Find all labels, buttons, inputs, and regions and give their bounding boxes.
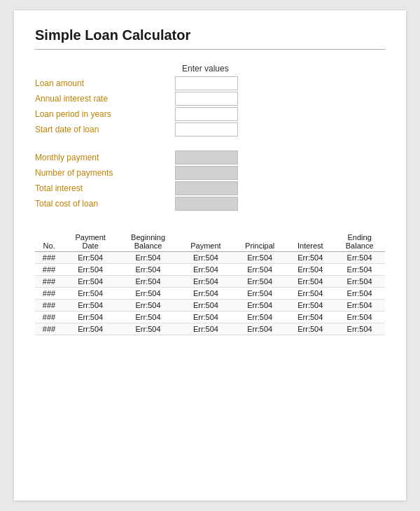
col-payment: Payment: [178, 232, 233, 252]
loan-period-label: Loan period in years: [35, 109, 175, 119]
cell-beginning_balance: Err:504: [118, 276, 178, 288]
cell-interest: Err:504: [286, 276, 334, 288]
cell-principal: Err:504: [233, 264, 286, 276]
start-date-label: Start date of loan: [35, 125, 175, 134]
table-row: ###Err:504Err:504Err:504Err:504Err:504Er…: [35, 323, 385, 335]
monthly-payment-label: Monthly payment: [35, 153, 175, 162]
cell-payment_date: Err:504: [63, 252, 118, 264]
table-row: ###Err:504Err:504Err:504Err:504Err:504Er…: [35, 264, 385, 276]
table-row: ###Err:504Err:504Err:504Err:504Err:504Er…: [35, 252, 385, 264]
annual-rate-label: Annual interest rate: [35, 94, 175, 104]
cell-ending_balance: Err:504: [334, 264, 385, 276]
cell-payment: Err:504: [178, 264, 233, 276]
cell-ending_balance: Err:504: [334, 288, 385, 300]
cell-beginning_balance: Err:504: [118, 312, 178, 323]
cell-beginning_balance: Err:504: [118, 252, 178, 264]
col-ending-balance: EndingBalance: [334, 232, 385, 252]
table-row: ###Err:504Err:504Err:504Err:504Err:504Er…: [35, 300, 385, 312]
cell-interest: Err:504: [286, 323, 334, 335]
cell-no: ###: [35, 252, 63, 264]
cell-payment: Err:504: [178, 323, 233, 335]
loan-amount-input[interactable]: [175, 76, 238, 90]
cell-no: ###: [35, 312, 63, 323]
cell-no: ###: [35, 264, 63, 276]
page-title: Simple Loan Calculator: [35, 27, 385, 43]
col-principal: Principal: [233, 232, 286, 252]
num-payments-row: Number of payments: [35, 166, 385, 180]
cell-payment: Err:504: [178, 288, 233, 300]
cell-beginning_balance: Err:504: [118, 323, 178, 335]
col-payment-date: PaymentDate: [63, 232, 118, 252]
col-no: No.: [35, 232, 63, 252]
annual-rate-row: Annual interest rate: [35, 92, 385, 106]
cell-no: ###: [35, 300, 63, 312]
cell-interest: Err:504: [286, 252, 334, 264]
cell-principal: Err:504: [233, 300, 286, 312]
loan-amount-row: Loan amount: [35, 76, 385, 90]
output-section: Monthly payment Number of payments Total…: [35, 150, 385, 212]
cell-no: ###: [35, 323, 63, 335]
cell-no: ###: [35, 276, 63, 288]
cell-payment_date: Err:504: [63, 312, 118, 323]
cell-principal: Err:504: [233, 252, 286, 264]
cell-payment_date: Err:504: [63, 300, 118, 312]
total-interest-label: Total interest: [35, 183, 175, 193]
start-date-input[interactable]: [175, 122, 238, 136]
calculator-card: Simple Loan Calculator Enter values Loan…: [14, 10, 406, 500]
table-section: No. PaymentDate BeginningBalance Payment…: [35, 232, 385, 335]
title-divider: [35, 49, 385, 50]
amortization-table: No. PaymentDate BeginningBalance Payment…: [35, 232, 385, 335]
cell-ending_balance: Err:504: [334, 276, 385, 288]
cell-beginning_balance: Err:504: [118, 264, 178, 276]
table-row: ###Err:504Err:504Err:504Err:504Err:504Er…: [35, 312, 385, 323]
total-cost-value: [175, 197, 238, 211]
loan-period-row: Loan period in years: [35, 107, 385, 121]
cell-principal: Err:504: [233, 323, 286, 335]
cell-principal: Err:504: [233, 276, 286, 288]
cell-payment_date: Err:504: [63, 264, 118, 276]
cell-beginning_balance: Err:504: [118, 288, 178, 300]
table-row: ###Err:504Err:504Err:504Err:504Err:504Er…: [35, 276, 385, 288]
total-interest-value: [175, 181, 238, 195]
loan-amount-label: Loan amount: [35, 78, 175, 88]
cell-payment: Err:504: [178, 300, 233, 312]
cell-beginning_balance: Err:504: [118, 300, 178, 312]
monthly-payment-value: [175, 150, 238, 164]
cell-principal: Err:504: [233, 288, 286, 300]
monthly-payment-row: Monthly payment: [35, 150, 385, 164]
cell-payment: Err:504: [178, 252, 233, 264]
cell-ending_balance: Err:504: [334, 323, 385, 335]
cell-payment_date: Err:504: [63, 288, 118, 300]
cell-ending_balance: Err:504: [334, 312, 385, 323]
cell-payment: Err:504: [178, 276, 233, 288]
total-interest-row: Total interest: [35, 181, 385, 195]
cell-interest: Err:504: [286, 288, 334, 300]
total-cost-label: Total cost of loan: [35, 199, 175, 209]
num-payments-value: [175, 166, 238, 180]
loan-period-input[interactable]: [175, 107, 238, 121]
table-row: ###Err:504Err:504Err:504Err:504Err:504Er…: [35, 288, 385, 300]
cell-no: ###: [35, 288, 63, 300]
cell-principal: Err:504: [233, 312, 286, 323]
total-cost-row: Total cost of loan: [35, 197, 385, 211]
input-section: Enter values Loan amount Annual interest…: [35, 64, 385, 138]
cell-interest: Err:504: [286, 312, 334, 323]
start-date-row: Start date of loan: [35, 122, 385, 136]
cell-ending_balance: Err:504: [334, 252, 385, 264]
cell-ending_balance: Err:504: [334, 300, 385, 312]
annual-rate-input[interactable]: [175, 92, 238, 106]
cell-payment_date: Err:504: [63, 276, 118, 288]
cell-payment_date: Err:504: [63, 323, 118, 335]
cell-interest: Err:504: [286, 264, 334, 276]
enter-values-label: Enter values: [182, 64, 229, 74]
cell-payment: Err:504: [178, 312, 233, 323]
col-beginning-balance: BeginningBalance: [118, 232, 178, 252]
col-interest: Interest: [286, 232, 334, 252]
num-payments-label: Number of payments: [35, 168, 175, 178]
cell-interest: Err:504: [286, 300, 334, 312]
